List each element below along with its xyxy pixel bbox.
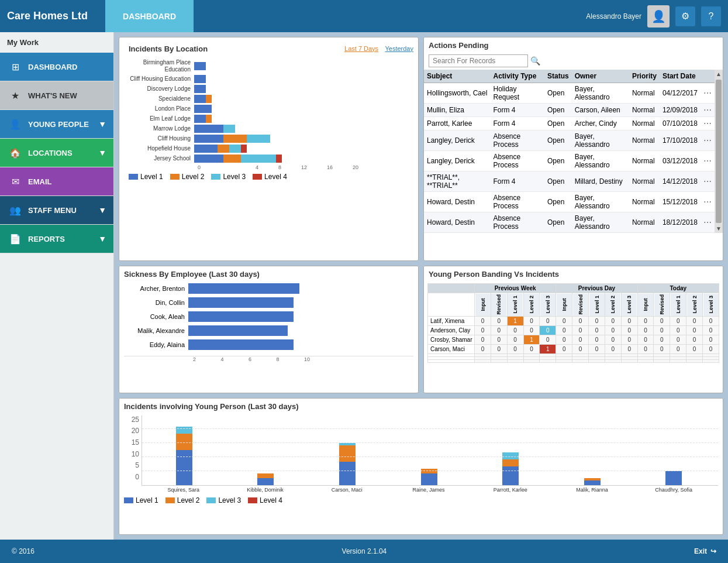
chart-bars [194,95,212,103]
yp-bar [339,462,356,485]
help-icon[interactable]: ? [701,6,721,26]
sick-name: Din, Collin [124,299,188,306]
chart-bars [194,75,206,83]
banding-cell: 0 [507,325,523,335]
sick-bar-area [188,283,413,294]
cell-activity: Absence Process [491,212,545,233]
sidebar-item-reports[interactable]: 📄 REPORTS ▼ [0,225,113,253]
banding-cell: 0 [572,316,589,325]
yp-bar [176,450,192,485]
sick-bar [188,283,299,294]
chart-label: Cliff Housing Education [124,75,194,83]
yp-bar-group [554,478,631,485]
sidebar-header: My Work [0,32,113,53]
col-subject: Subject [424,70,491,83]
bar-l3 [223,125,235,133]
table-row[interactable]: **TRIAL**, **TRIAL** Form 4 Open Millard… [424,171,715,192]
cell-owner: Bayer, Alessandro [572,151,629,171]
cell-owner: Archer, Cindy [572,117,629,131]
chart-row: Elm Leaf Lodge [124,115,413,123]
yp-bar [176,427,192,434]
brand-title: Care Homes Ltd [7,10,88,22]
cell-subject: Hollingsworth, Cael [424,83,491,104]
sidebar-item-staff-menu[interactable]: 👥 STAFF MENU ▼ [0,196,113,225]
bar-l4 [241,145,247,153]
banding-cell: 0 [491,316,507,325]
cell-more[interactable]: ⋯ [701,192,715,212]
yp-bar [502,452,519,459]
search-input[interactable] [429,54,528,67]
table-row[interactable]: Howard, Destin Absence Process Open Baye… [424,192,715,212]
sidebar-item-young-people[interactable]: 👤 YOUNG PEOPLE ▼ [0,110,113,139]
cell-more[interactable]: ⋯ [701,104,715,117]
filter-yesterday[interactable]: Yesterday [385,45,413,52]
banding-cell: 0 [556,344,572,353]
settings-icon[interactable]: ⚙ [675,6,695,26]
bar-l1 [194,125,223,133]
scroll-up[interactable]: ▲ [715,70,723,78]
scroll-thumb[interactable] [716,80,722,223]
scroll-down[interactable]: ▼ [715,224,723,233]
exit-icon: ↪ [710,547,716,555]
banding-table: Previous Week Previous Day Today InputRe… [427,283,719,363]
yp-person-label: Kibble, Dominik [227,487,304,493]
table-row[interactable]: Langley, Derick Absence Process Open Bay… [424,131,715,151]
sidebar-item-locations[interactable]: 🏠 LOCATIONS ▼ [0,139,113,167]
table-row[interactable]: Hollingsworth, Cael Holiday Request Open… [424,83,715,104]
table-row[interactable]: Parrott, Karlee Form 4 Open Archer, Cind… [424,117,715,131]
staff-menu-chevron: ▼ [98,205,106,215]
banding-col-header: Revised [491,293,507,317]
cell-more[interactable]: ⋯ [701,171,715,192]
yp-bar [176,434,192,450]
cell-more[interactable]: ⋯ [701,117,715,131]
bar-l1 [194,62,206,70]
chart-label: Birmingham Place Education [124,59,194,73]
chart-label: Marrow Lodge [124,125,194,132]
sidebar-label-staff-menu: STAFF MENU [28,206,94,215]
sidebar-label-dashboard: DASHBOARD [28,63,106,71]
cell-more[interactable]: ⋯ [701,212,715,233]
search-icon[interactable]: 🔍 [530,56,540,66]
banding-cell: 1 [540,344,556,353]
table-row[interactable]: Mullin, Eliza Form 4 Open Carson, Aileen… [424,104,715,117]
bar-l2 [206,95,212,103]
incidents-title-row: Incidents By Location Last 7 Days Yester… [119,37,418,57]
exit-button[interactable]: Exit ↪ [694,547,716,555]
banding-cell: 0 [703,325,719,335]
incidents-title: Incidents By Location [124,41,212,56]
banding-cell: 0 [637,335,654,344]
table-row[interactable]: Howard, Destin Absence Process Open Baye… [424,212,715,233]
cell-date: 12/09/2018 [660,104,701,117]
yp-bar-group [146,427,223,485]
banding-cell: 0 [556,316,572,325]
sidebar-item-email[interactable]: ✉ EMAIL [0,167,113,196]
banding-col-header: Level 1 [507,293,523,317]
staff-menu-icon: 👥 [7,202,23,218]
cell-activity: Absence Process [491,192,545,212]
bar-l3 [241,155,276,163]
bar-l2 [223,135,247,143]
avatar: 👤 [647,5,670,28]
cell-more[interactable]: ⋯ [701,131,715,151]
cell-more[interactable]: ⋯ [701,83,715,104]
bar-l1 [194,155,223,163]
scroll-track[interactable]: ▲ ▼ [715,70,723,233]
filter-last7days[interactable]: Last 7 Days [344,45,378,52]
chart-bars [194,145,247,153]
bar-l1 [194,105,212,113]
cell-more[interactable]: ⋯ [701,151,715,171]
chart-row: Jersey School [124,155,413,163]
sickness-panel: Sickness By Employee (Last 30 days) Arch… [119,266,419,393]
sidebar-item-whats-new[interactable]: ★ WHAT'S NEW [0,81,113,110]
table-row[interactable]: Langley, Derick Absence Process Open Bay… [424,151,715,171]
cell-status: Open [544,117,572,131]
cell-subject: Parrott, Karlee [424,117,491,131]
chart-bars [194,105,212,113]
dashboard-tab[interactable]: DASHBOARD [105,0,194,32]
bar-l1 [194,85,206,93]
cell-priority: Normal [629,131,660,151]
yp-y-axis: 25 20 15 10 5 0 [124,416,142,493]
sick-bar [188,339,294,350]
incidents-chart: Birmingham Place Education Cliff Housing… [119,57,418,186]
sidebar-item-dashboard[interactable]: ⊞ DASHBOARD [0,53,113,81]
